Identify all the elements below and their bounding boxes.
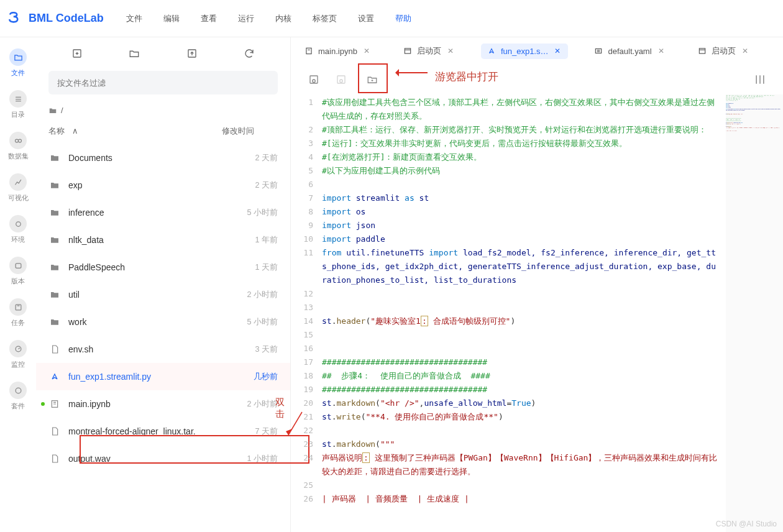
tab-label: main.ipynb — [318, 47, 357, 56]
svg-point-19 — [340, 80, 343, 83]
code-line[interactable] — [322, 479, 720, 492]
close-icon[interactable]: ✕ — [657, 47, 666, 55]
sidebar-item-1[interactable]: 目录 — [0, 85, 36, 124]
line-number: 9 — [291, 219, 313, 232]
notebook-icon — [48, 398, 61, 410]
code-line[interactable]: import json — [322, 219, 720, 232]
menu-item-0[interactable]: 文件 — [126, 9, 142, 28]
line-number: 6 — [291, 178, 313, 191]
file-filter-input[interactable] — [48, 71, 278, 94]
code-line[interactable] — [322, 178, 720, 191]
code-line[interactable]: st.header("趣味实验室1: 合成语句帧级别可控") — [322, 314, 720, 328]
breadcrumb[interactable]: / — [36, 103, 290, 122]
sidebar-item-4[interactable]: 环境 — [0, 210, 36, 249]
file-row[interactable]: main.ipynb2 小时前 — [36, 390, 290, 418]
sidebar-item-7[interactable]: 监控 — [0, 335, 36, 374]
file-row[interactable]: work5 小时前 — [36, 308, 290, 336]
preview-toggle-icon[interactable] — [752, 71, 768, 88]
sidebar-item-8[interactable]: 套件 — [0, 377, 36, 416]
sidebar-item-3[interactable]: 可视化 — [0, 168, 36, 208]
code-line[interactable]: import streamlit as st — [322, 191, 720, 205]
code-line[interactable]: from util.finetuneTTS import load_fs2_mo… — [322, 246, 720, 287]
editor-tab[interactable]: fun_exp1.s…✕ — [481, 44, 569, 59]
close-icon[interactable]: ✕ — [553, 47, 562, 55]
menu-item-2[interactable]: 查看 — [201, 9, 217, 28]
open-in-browser-icon[interactable] — [364, 71, 380, 88]
menu-item-5[interactable]: 标签页 — [313, 9, 337, 28]
file-row[interactable]: exp2 天前 — [36, 172, 290, 199]
file-list-header: 名称∧ 修改时间 — [36, 122, 290, 144]
version-icon — [9, 257, 27, 274]
sidebar-item-6[interactable]: 任务 — [0, 293, 36, 332]
sidebar-item-label: 套件 — [11, 401, 25, 411]
running-indicator-icon — [41, 402, 45, 406]
file-row[interactable]: env.sh3 天前 — [36, 336, 290, 363]
menu-item-3[interactable]: 运行 — [238, 9, 254, 28]
line-number: 24 — [291, 451, 313, 479]
new-file-icon[interactable] — [71, 47, 83, 60]
code-line[interactable] — [322, 424, 720, 438]
file-row[interactable]: inference5 小时前 — [36, 199, 290, 226]
code-line[interactable]: #[运行]：交互效果并非实时更新，代码变更后，需点击运行按钮获得最新交互效果。 — [322, 137, 720, 150]
save-icon[interactable] — [306, 71, 322, 88]
code-line[interactable]: ################################## — [322, 355, 720, 369]
folder-icon — [48, 179, 61, 191]
code-content[interactable]: #该应用创建工具共包含三个区域，顶部工具栏，左侧代码区，右侧交互效果区，其中右侧… — [322, 94, 726, 532]
file-row[interactable]: PaddleSpeech1 天前 — [36, 254, 290, 281]
code-line[interactable]: import os — [322, 205, 720, 219]
minimap[interactable]: #该应用创建工具共包含三个区域，顶部工具栏，左侧代码区，右侧交互效果区，其中右侧… — [726, 94, 783, 532]
upload-icon[interactable] — [186, 47, 198, 60]
file-name: output.wav — [68, 454, 228, 464]
annotation-open-browser: 游览器中打开 — [435, 70, 498, 84]
close-icon[interactable]: ✕ — [446, 47, 455, 55]
code-line[interactable]: st.markdown(""" — [322, 438, 720, 451]
code-line[interactable]: | 声码器 | 音频质量 | 生成速度 | — [322, 492, 720, 506]
sidebar-item-2[interactable]: 数据集 — [0, 127, 36, 166]
close-icon[interactable]: ✕ — [362, 47, 371, 55]
logo-icon — [7, 11, 24, 27]
code-line[interactable] — [322, 301, 720, 314]
file-modified-time: 1 年前 — [228, 235, 278, 245]
menu-item-6[interactable]: 设置 — [358, 9, 374, 28]
column-time-header[interactable]: 修改时间 — [222, 126, 278, 137]
file-icon — [48, 425, 61, 438]
file-row[interactable]: montreal-forced-aligner_linux.tar.7 天前 — [36, 418, 290, 445]
close-icon[interactable]: ✕ — [741, 47, 749, 55]
line-number: 26 — [291, 492, 313, 506]
refresh-icon[interactable] — [243, 47, 255, 60]
sidebar-item-label: 文件 — [11, 68, 25, 78]
editor-tab[interactable]: 启动页✕ — [692, 42, 756, 60]
code-line[interactable]: #顶部工具栏：运行、保存、新开浏览器打开、实时预览开关，针对运行和在浏览器打开选… — [322, 123, 720, 137]
code-line[interactable] — [322, 342, 720, 355]
sidebar-item-0[interactable]: 文件 — [0, 44, 36, 83]
code-line[interactable]: #[在浏览器打开]：新建页面查看交互效果。 — [322, 150, 720, 164]
file-row[interactable]: fun_exp1.streamlit.py几秒前 — [36, 363, 290, 390]
file-row[interactable]: util2 小时前 — [36, 281, 290, 308]
menu-item-4[interactable]: 内核 — [275, 9, 291, 28]
file-name: util — [68, 290, 228, 300]
menu-item-1[interactable]: 编辑 — [163, 9, 180, 28]
code-line[interactable]: ################################## — [322, 383, 720, 397]
code-line[interactable]: #以下为应用创建工具的示例代码 — [322, 164, 720, 178]
editor-tab[interactable]: main.ipynb✕ — [298, 44, 377, 59]
editor-tab[interactable]: 启动页✕ — [397, 42, 461, 60]
file-row[interactable]: Documents2 天前 — [36, 144, 290, 172]
code-line[interactable]: st.write("**4. 使用你自己的声音做合成**") — [322, 410, 720, 424]
code-line[interactable]: ## 步骤4： 使用自己的声音做合成 #### — [322, 369, 720, 383]
code-line[interactable]: 声码器说明: 这里预制了三种声码器【PWGan】【WaveRnn】【HifiGa… — [322, 451, 720, 479]
code-line[interactable] — [322, 328, 720, 342]
editor-tab[interactable]: default.yaml✕ — [588, 44, 671, 59]
code-line[interactable]: st.markdown("<hr />",unsafe_allow_html=T… — [322, 397, 720, 410]
chart-icon — [9, 173, 27, 191]
folder-icon — [48, 152, 61, 164]
file-row[interactable]: output.wav1 小时前 — [36, 445, 290, 472]
sidebar-item-5[interactable]: 版本 — [0, 252, 36, 291]
menu-item-7[interactable]: 帮助 — [395, 9, 411, 28]
code-line[interactable]: #该应用创建工具共包含三个区域，顶部工具栏，左侧代码区，右侧交互效果区，其中右侧… — [322, 96, 720, 123]
code-editor[interactable]: 1234567891011121314151617181920212223242… — [291, 94, 783, 532]
file-row[interactable]: nltk_data1 年前 — [36, 226, 290, 254]
column-name-header[interactable]: 名称∧ — [48, 126, 222, 137]
code-line[interactable]: import paddle — [322, 232, 720, 246]
code-line[interactable] — [322, 287, 720, 301]
new-folder-icon[interactable] — [128, 47, 140, 60]
